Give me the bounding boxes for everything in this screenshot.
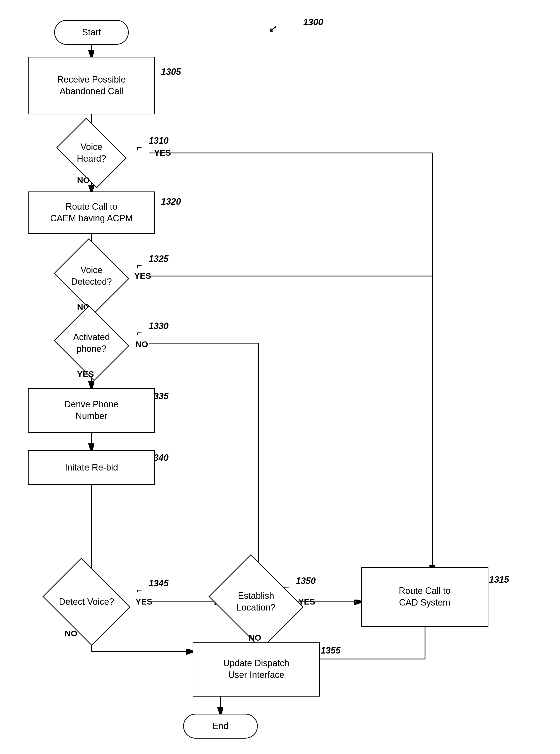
label-1345-yes: YES — [136, 597, 152, 606]
label-1325-yes: YES — [134, 271, 151, 281]
flowchart-diagram: 1300 ↙ Start 1305 ⌐ Receive Possible Aba… — [0, 0, 560, 754]
node-1355: Update Dispatch User Interface — [193, 642, 320, 697]
label-1305: 1305 — [161, 66, 181, 77]
diagram-id-arrow: ↙ — [268, 24, 276, 34]
node-1310-wrapper: Voice Heard? — [54, 132, 129, 174]
label-1355: 1355 — [321, 645, 341, 656]
node-1325: Voice Detected? — [64, 252, 119, 300]
label-1320: 1320 — [161, 196, 181, 207]
node-1350-wrapper: Establish Location? — [209, 572, 303, 632]
node-1340: Initate Re-bid — [28, 450, 155, 485]
label-1325: 1325 — [148, 254, 168, 264]
label-1315: 1315 — [489, 575, 509, 585]
label-1310-no: NO — [77, 175, 90, 185]
label-1345: 1345 — [148, 578, 168, 588]
label-1330-yes: YES — [77, 369, 94, 379]
node-1330-wrapper: Activated phone? — [54, 318, 129, 368]
node-1330: Activated phone? — [64, 319, 119, 367]
label-1330-no: NO — [136, 340, 148, 349]
node-1345: Detect Voice? — [53, 575, 121, 629]
node-1305: Receive Possible Abandoned Call — [28, 57, 155, 114]
label-1310-yes: YES — [154, 148, 171, 158]
label-1345-no: NO — [65, 629, 77, 638]
diagram-id-label: 1300 — [288, 15, 338, 30]
node-1315: Route Call to CAD System — [361, 567, 488, 627]
node-1325-wrapper: Voice Detected? — [54, 251, 129, 301]
node-1320: Route Call to CAEM having ACPM — [28, 192, 155, 234]
start-node: Start — [54, 20, 129, 45]
end-node: End — [183, 714, 258, 739]
label-1350-no: NO — [248, 633, 261, 643]
label-1310: 1310 — [148, 136, 168, 146]
node-1335: Derive Phone Number — [28, 388, 155, 433]
node-1345-wrapper: Detect Voice? — [42, 575, 131, 629]
node-1310: Voice Heard? — [64, 133, 119, 173]
label-1350-yes: YES — [298, 597, 315, 606]
label-1330: 1330 — [148, 321, 168, 331]
node-1350: Establish Location? — [219, 573, 293, 631]
